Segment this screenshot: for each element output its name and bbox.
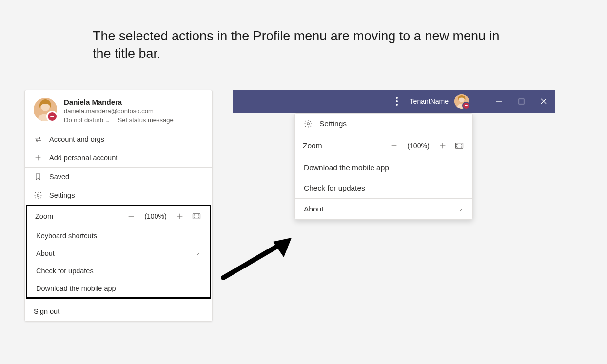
- caption-text: The selected actions in the Profile menu…: [93, 27, 517, 63]
- fullscreen-icon[interactable]: [454, 140, 465, 151]
- menu-item-label: Add personal account: [49, 154, 117, 162]
- zoom-row: Zoom (100%): [27, 206, 210, 227]
- zoom-row: Zoom (100%): [295, 134, 472, 157]
- zoom-value: (100%): [405, 142, 431, 150]
- presence-badge-dnd: [462, 102, 470, 110]
- account-and-orgs-item[interactable]: Account and orgs: [25, 130, 212, 149]
- plus-icon: [34, 153, 42, 162]
- svg-point-5: [396, 100, 398, 102]
- saved-item[interactable]: Saved: [25, 168, 212, 186]
- svg-point-4: [396, 97, 398, 99]
- svg-point-6: [396, 104, 398, 106]
- close-button[interactable]: [532, 90, 555, 113]
- sign-out-item[interactable]: Sign out: [25, 302, 212, 321]
- settings-item[interactable]: Settings: [295, 114, 472, 134]
- zoom-out-button[interactable]: [389, 140, 399, 151]
- check-for-updates-item[interactable]: Check for updates: [27, 262, 210, 280]
- menu-item-label: Check for updates: [36, 267, 94, 275]
- menu-item-label: Check for updates: [304, 184, 365, 192]
- svg-rect-3: [193, 214, 200, 219]
- chevron-right-icon: [195, 250, 201, 257]
- zoom-out-button[interactable]: [126, 211, 137, 222]
- add-personal-account-item[interactable]: Add personal account: [25, 149, 212, 167]
- chevron-right-icon: [458, 206, 464, 212]
- titlebar-menu-card: Settings Zoom (100%) Download the mobile…: [294, 113, 473, 220]
- profile-menu-card: Daniela Mandera daniela.mandera@contoso.…: [24, 90, 213, 322]
- maximize-button[interactable]: [510, 90, 532, 113]
- more-vertical-icon: [396, 97, 398, 106]
- menu-item-label: Download the mobile app: [304, 163, 389, 172]
- chevron-down-icon: ⌄: [105, 117, 110, 123]
- presence-badge-dnd: [46, 111, 58, 122]
- settings-item[interactable]: Settings: [25, 186, 212, 205]
- menu-item-label: Settings: [49, 192, 75, 199]
- menu-item-label: Download the mobile app: [36, 285, 116, 292]
- menu-item-label: Settings: [319, 119, 347, 128]
- download-mobile-app-item[interactable]: Download the mobile app: [295, 157, 472, 178]
- about-item[interactable]: About: [27, 245, 210, 262]
- menu-item-label: Account and orgs: [49, 135, 104, 143]
- bookmark-icon: [34, 172, 42, 181]
- more-options-button[interactable]: [389, 93, 405, 110]
- check-for-updates-item[interactable]: Check for updates: [295, 178, 472, 198]
- svg-rect-11: [456, 143, 463, 149]
- minimize-button[interactable]: [488, 90, 510, 113]
- svg-marker-13: [273, 238, 292, 257]
- gear-icon: [34, 191, 42, 200]
- profile-name: Daniela Mandera: [64, 98, 174, 106]
- title-bar: TenantName: [233, 90, 555, 113]
- profile-email: daniela.mandera@contoso.com: [64, 107, 174, 115]
- titlebar-avatar[interactable]: [454, 94, 469, 109]
- svg-point-2: [37, 194, 39, 197]
- svg-rect-9: [519, 99, 524, 104]
- transition-arrow: [218, 234, 296, 283]
- menu-item-label: About: [304, 205, 324, 213]
- avatar[interactable]: [34, 98, 57, 121]
- zoom-value: (100%): [142, 212, 169, 220]
- fullscreen-icon[interactable]: [191, 211, 202, 222]
- set-status-message-link[interactable]: Set status message: [118, 116, 174, 124]
- svg-point-10: [307, 123, 310, 125]
- moving-actions-highlight: Zoom (100%) Keyboard shortcuts About: [26, 205, 211, 299]
- profile-header: Daniela Mandera daniela.mandera@contoso.…: [25, 90, 212, 130]
- zoom-label: Zoom: [35, 212, 53, 220]
- svg-line-12: [223, 244, 282, 278]
- swap-arrows-icon: [34, 135, 42, 144]
- keyboard-shortcuts-item[interactable]: Keyboard shortcuts: [27, 227, 210, 245]
- menu-item-label: About: [36, 249, 55, 257]
- menu-item-label: Saved: [49, 173, 69, 181]
- maximize-icon: [518, 98, 525, 105]
- tenant-name[interactable]: TenantName: [410, 97, 449, 105]
- zoom-in-button[interactable]: [437, 140, 448, 151]
- about-item[interactable]: About: [295, 199, 472, 219]
- vertical-divider: [114, 117, 114, 124]
- download-mobile-app-item[interactable]: Download the mobile app: [27, 280, 210, 297]
- close-icon: [540, 98, 547, 105]
- zoom-in-button[interactable]: [175, 211, 185, 222]
- gear-icon: [304, 119, 313, 128]
- zoom-label: Zoom: [303, 141, 322, 150]
- menu-item-label: Keyboard shortcuts: [36, 232, 97, 240]
- presence-status-dropdown[interactable]: Do not disturb ⌄: [64, 116, 110, 124]
- minimize-icon: [495, 98, 502, 105]
